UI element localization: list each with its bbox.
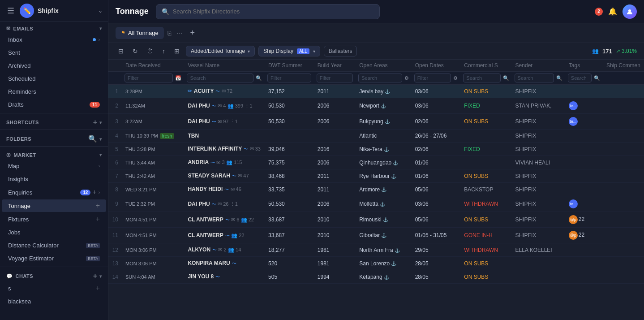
filter-date-input[interactable]	[125, 74, 173, 82]
table-row[interactable]: 8 WED 3:21 PM HANDY HEIDI〜 ✉ 46 33,735 2…	[108, 183, 644, 196]
sidebar-item-drafts[interactable]: Drafts 11	[2, 99, 106, 111]
table-row[interactable]: 4 THU 10:39 PMfresh TBN Atlantic 26/06 -…	[108, 130, 644, 143]
ship-display-dropdown[interactable]: Ship Display ALL ▾	[258, 46, 320, 56]
table-row[interactable]: 13 MON 3:06 PM KONPIRA MARU〜 520 1981 Sa…	[108, 257, 644, 270]
sidebar-item-reminders[interactable]: Reminders	[2, 86, 106, 98]
search-input[interactable]	[173, 8, 374, 15]
tonnage-label: Tonnage	[8, 203, 30, 209]
filter-dates-calendar-icon[interactable]: ⚙	[453, 75, 458, 81]
table-row[interactable]: 10 MON 4:51 PM CL ANTWERP〜 ✉ 6 👥 22 33,6…	[108, 212, 644, 228]
sidebar-item-fixtures[interactable]: Fixtures +	[2, 213, 106, 225]
tab-all-tonnage[interactable]: ⚑ All Tonnage	[116, 27, 164, 39]
filter-commercial-input[interactable]	[463, 74, 500, 82]
row-number: 14	[108, 270, 122, 284]
sub-icon: 👥 14	[228, 247, 241, 252]
folders-section-header[interactable]: Folders 🔍 ▾	[0, 132, 108, 144]
anchor-icon: ⚓	[395, 248, 400, 253]
filter-date-calendar-icon[interactable]: 📅	[175, 75, 181, 81]
vessel-name: KONPIRA MARU	[188, 260, 230, 266]
table-row[interactable]: 6 THU 3:44 AM ANDRIA〜 ✉ 3 👥 115 75,375 2…	[108, 156, 644, 169]
table-row[interactable]: 11 MON 4:51 PM CL ANTWERP〜 👥 22 33,687 2…	[108, 228, 644, 243]
search-bar[interactable]: 🔍	[156, 4, 380, 19]
ballasters-button[interactable]: Ballasters	[324, 46, 357, 56]
enquiries-add-icon[interactable]: +	[92, 189, 96, 196]
notification-badge[interactable]: 2	[595, 8, 603, 16]
time-label: 3:21 PM	[138, 187, 157, 192]
bell-icon[interactable]: 🔔	[608, 7, 617, 16]
filter-build-input[interactable]	[317, 74, 353, 82]
table-row[interactable]: 12 MON 3:06 PM ALKYON〜 ✉ 2 👥 14 18,277 1…	[108, 243, 644, 257]
tab-copy-button[interactable]: ⎘	[166, 29, 173, 38]
anchor-icon: ⚓	[381, 187, 386, 192]
row-number: 10	[108, 212, 122, 228]
emails-icon: ✉	[6, 26, 11, 31]
filter-areas-input[interactable]	[358, 74, 402, 82]
table-row[interactable]: 3 3:22AM DAI PHU〜 ✉ 97 ⋮1 50,530 2006 Bu…	[108, 114, 644, 130]
anchor-icon: ⚓	[385, 119, 390, 124]
chats-add-icon[interactable]: +	[93, 272, 98, 280]
shortcuts-section-header[interactable]: Shortcuts + ▾	[0, 115, 108, 128]
user-avatar[interactable]	[623, 4, 637, 19]
shortcuts-add-icon[interactable]: +	[93, 119, 98, 126]
columns-button[interactable]: ⊞	[172, 46, 182, 56]
folders-chevron-icon: ▾	[99, 137, 102, 142]
tag-count-icon: ⋮1	[245, 103, 252, 108]
clock-button[interactable]: ⏱	[144, 46, 156, 56]
sidebar-item-sent[interactable]: Sent	[2, 47, 106, 59]
status-cell: ON SUBS	[460, 212, 511, 228]
build-cell: 2010	[314, 212, 356, 228]
filter-vessel-input[interactable]	[187, 74, 253, 82]
emails-section-header[interactable]: ✉ Emails ▾	[0, 22, 108, 33]
sidebar-item-archived[interactable]: Archived	[2, 60, 106, 72]
sidebar-item-chat-1[interactable]: s +	[2, 282, 106, 294]
sidebar-item-voyage[interactable]: Voyage Estimator BETA	[2, 252, 106, 264]
filter-vessel-search-icon[interactable]: 🔍	[256, 75, 262, 81]
filter-dwt-input[interactable]	[267, 74, 311, 82]
sidebar-item-distance[interactable]: Distance Calculator BETA	[2, 239, 106, 251]
area-cell: Rye Harbour⚓	[356, 169, 411, 183]
filter-sender-search-icon[interactable]: 🔍	[556, 75, 562, 81]
filter-dates-input[interactable]	[414, 74, 451, 82]
filter-tags-search-icon[interactable]: 🔍	[594, 75, 600, 81]
table-row[interactable]: 7 THU 2:42 AM STEADY SARAH〜 ✉ 47 38,468 …	[108, 169, 644, 183]
fixtures-add-icon[interactable]: +	[96, 216, 100, 223]
tonnage-add-icon[interactable]: +	[96, 202, 100, 209]
filter-commercial-search-icon[interactable]: 🔍	[503, 75, 509, 81]
sidebar-item-jobs[interactable]: Jobs	[2, 226, 106, 238]
sidebar-item-scheduled[interactable]: Scheduled	[2, 73, 106, 85]
sidebar-item-inbox[interactable]: Inbox ›	[2, 34, 106, 46]
filter-areas-icon[interactable]: ⚙	[404, 75, 409, 81]
hamburger-button[interactable]: ☰	[5, 4, 16, 17]
sidebar-item-tonnage[interactable]: Tonnage +	[2, 199, 106, 212]
table-row[interactable]: 1 3:28PM ✏ ACUITY〜 ✉ 72 37,152 2011 Jerv…	[108, 85, 644, 98]
sidebar-item-enquiries[interactable]: Enquiries 12 + ›	[2, 186, 106, 199]
table-row[interactable]: 2 11:32AM DAI PHU〜 ✉ 4 👥 399 ⋮1 50,530 2…	[108, 98, 644, 114]
sidebar-item-map[interactable]: Map ›	[2, 160, 106, 172]
comments-cell	[603, 156, 644, 169]
comments-cell	[603, 130, 644, 143]
refresh-button[interactable]: ↻	[130, 46, 141, 56]
dwt-cell: 50,530	[265, 114, 314, 130]
status-cell	[460, 156, 511, 169]
sidebar-item-chat-blacksea[interactable]: blacksea	[2, 295, 106, 307]
filter-sender-input[interactable]	[515, 74, 554, 82]
market-section-header[interactable]: ◎ Market ▾	[0, 148, 108, 160]
edit-icon[interactable]: ✏	[188, 88, 192, 94]
export-button[interactable]: ↑	[159, 46, 168, 56]
brand-chevron-icon[interactable]: ⌄	[98, 8, 103, 14]
enquiries-label: Enquiries	[8, 189, 32, 196]
tonnage-filter-dropdown[interactable]: Added/Edited Tonnage ▾	[186, 46, 255, 56]
chat1-add-icon[interactable]: +	[96, 285, 100, 292]
chats-section-header[interactable]: 💬 Chats + ▾	[0, 269, 108, 281]
table-row[interactable]: 14 SUN 4:04 AM JIN YOU 8〜 505 1994 Ketap…	[108, 270, 644, 284]
sidebar-item-insights[interactable]: Insights	[2, 173, 106, 185]
folders-search-icon[interactable]: 🔍	[88, 135, 98, 143]
filter-tags-input[interactable]	[568, 74, 592, 82]
add-tab-button[interactable]: +	[186, 27, 199, 39]
comments-cell	[603, 114, 644, 130]
emails-label: Emails	[13, 26, 34, 31]
filter-button[interactable]: ⊟	[116, 46, 126, 56]
tab-more-button[interactable]: ⋯	[175, 29, 185, 38]
table-row[interactable]: 9 TUE 2:32 PM DAI PHU〜 ✉ 26 ⋮1 50,530 20…	[108, 196, 644, 212]
table-row[interactable]: 5 THU 3:28 PM INTERLINK AFFINITY〜 ✉ 33 3…	[108, 143, 644, 156]
